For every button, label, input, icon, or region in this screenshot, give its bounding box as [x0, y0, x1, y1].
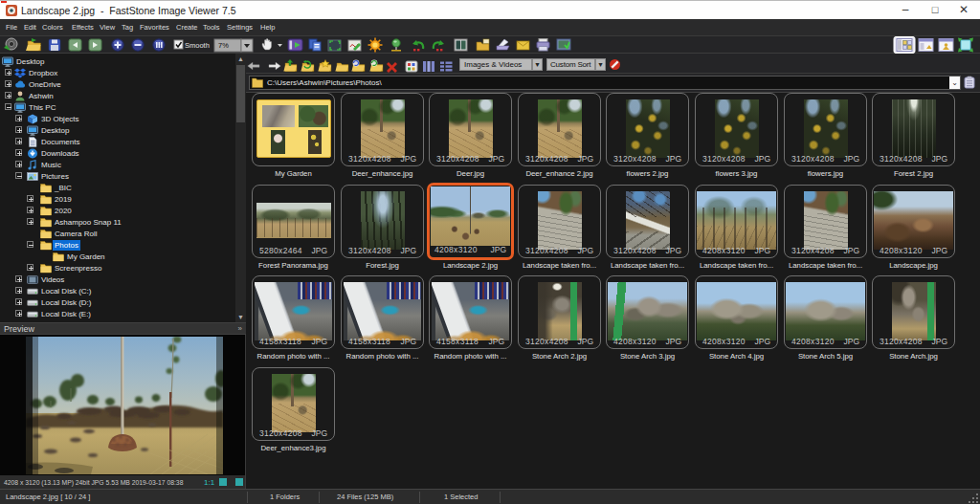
- svg-text:Smooth: Smooth: [185, 41, 210, 50]
- svg-text:7%: 7%: [218, 41, 229, 50]
